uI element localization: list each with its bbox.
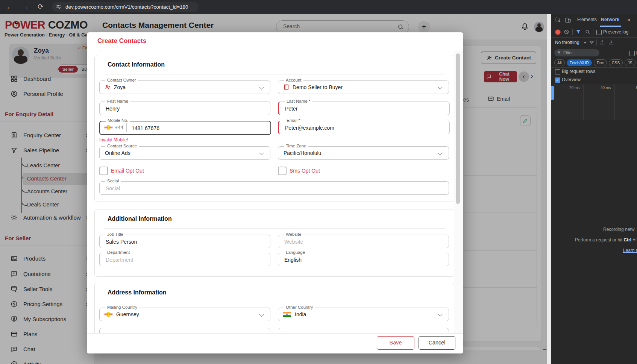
last-name-input[interactable] bbox=[284, 102, 422, 115]
email-input[interactable] bbox=[284, 121, 422, 134]
department-field[interactable]: Department bbox=[99, 253, 270, 266]
overview-selection-handle[interactable] bbox=[551, 86, 554, 100]
big-request-rows-row: Big request rows bbox=[551, 67, 637, 76]
save-button[interactable]: Save bbox=[377, 336, 414, 350]
export-har-icon[interactable] bbox=[608, 39, 614, 45]
overview-checkbox[interactable]: ✓ bbox=[555, 77, 560, 83]
language-input[interactable] bbox=[284, 253, 421, 266]
divider bbox=[104, 302, 445, 302]
preserve-log-label: Preserve log bbox=[603, 29, 628, 35]
language-field[interactable]: Language bbox=[278, 253, 449, 266]
guernsey-flag-icon[interactable] bbox=[105, 125, 112, 130]
clear-icon[interactable] bbox=[564, 29, 569, 35]
modal-title: Create Contacts bbox=[97, 37, 146, 45]
person-add-icon bbox=[105, 84, 111, 90]
create-contacts-modal: Create Contacts Contact Information Cont… bbox=[87, 32, 463, 353]
department-input[interactable] bbox=[105, 253, 243, 266]
separator bbox=[593, 29, 593, 35]
india-flag-icon bbox=[283, 312, 291, 317]
mailing-country-select[interactable]: Mailing Country Guernsey bbox=[99, 308, 270, 321]
network-search-icon[interactable] bbox=[585, 29, 590, 35]
divider bbox=[104, 228, 445, 229]
browser-chrome: ← → ⟳ dev.powercozmo.com/crmV1/contacts?… bbox=[0, 0, 637, 14]
account-select[interactable]: Account Demo Seller to Buyer bbox=[278, 80, 449, 94]
guernsey-flag-icon bbox=[105, 312, 112, 317]
throttling-select[interactable]: No throttling bbox=[555, 40, 579, 45]
divider bbox=[104, 74, 445, 74]
big-request-rows-checkbox[interactable] bbox=[555, 69, 560, 74]
chip-css[interactable]: CSS bbox=[609, 59, 623, 66]
site-settings-icon[interactable] bbox=[56, 4, 62, 10]
chevron-down-icon bbox=[259, 150, 264, 155]
time-zone-select[interactable]: Time Zone Pacific/Honolulu bbox=[278, 146, 449, 160]
devtools-network-toolbar: Preserve log bbox=[551, 27, 637, 38]
preserve-log-checkbox[interactable] bbox=[596, 30, 602, 35]
other-country-select[interactable]: Other Country India bbox=[278, 308, 449, 321]
funnel-icon bbox=[557, 51, 561, 55]
more-tabs-icon[interactable]: » bbox=[627, 16, 630, 23]
first-name-field[interactable]: First Name bbox=[99, 102, 270, 115]
social-field[interactable]: Social bbox=[99, 181, 449, 195]
invert-checkbox[interactable] bbox=[629, 51, 635, 56]
website-input[interactable] bbox=[284, 235, 421, 248]
building-icon bbox=[283, 84, 290, 90]
device-toolbar-icon[interactable] bbox=[565, 17, 571, 23]
mobile-field[interactable]: Mobile No. +44 bbox=[99, 121, 271, 135]
devtools-filter-chips: All Fetch/XHR Doc CSS JS Font bbox=[551, 58, 637, 68]
learn-more-link[interactable]: Learn more bbox=[623, 248, 637, 253]
sms-opt-out-checkbox[interactable] bbox=[278, 167, 287, 175]
mobile-error-text: Invalid Mobile! bbox=[99, 137, 128, 143]
devtools-tab-network[interactable]: Network bbox=[601, 17, 619, 22]
network-overview-timeline[interactable]: 20 ms 40 ms 60 ms bbox=[551, 84, 637, 120]
gridline bbox=[583, 84, 584, 120]
job-title-field[interactable]: Job Title bbox=[99, 235, 270, 248]
email-opt-out-checkbox[interactable] bbox=[99, 167, 108, 175]
job-title-input[interactable] bbox=[105, 235, 243, 248]
address-bar[interactable]: dev.powercozmo.com/crmV1/contacts?contac… bbox=[52, 2, 199, 12]
browser-back-icon[interactable]: ← bbox=[6, 0, 13, 14]
separator bbox=[596, 39, 597, 46]
network-conditions-icon[interactable] bbox=[589, 39, 595, 45]
devtools-filter-row: Filter Invert bbox=[551, 48, 637, 58]
last-name-field[interactable]: Last Name * bbox=[278, 102, 450, 115]
cancel-button[interactable]: Cancel bbox=[419, 336, 455, 350]
page-scrollbar[interactable] bbox=[547, 14, 551, 364]
separator bbox=[574, 17, 574, 23]
divider bbox=[126, 123, 127, 132]
screen: ← → ⟳ dev.powercozmo.com/crmV1/contacts?… bbox=[0, 0, 637, 364]
tick-40ms: 40 ms bbox=[601, 86, 611, 90]
devtools-throttle-row: No throttling bbox=[551, 37, 637, 48]
email-field[interactable]: Email * bbox=[278, 121, 450, 134]
divider bbox=[87, 51, 463, 51]
chip-all[interactable]: All bbox=[554, 59, 565, 66]
perform-request-message: Perform a request or hit Ctrl + R bbox=[575, 237, 637, 243]
social-input[interactable] bbox=[105, 182, 420, 195]
contact-owner-select[interactable]: Contact Owner Zoya bbox=[99, 80, 270, 94]
contact-source-select[interactable]: Contact Source Online Ads bbox=[99, 146, 270, 160]
browser-reload-icon[interactable]: ⟳ bbox=[38, 0, 44, 14]
import-har-icon[interactable] bbox=[599, 39, 605, 45]
inspect-icon[interactable] bbox=[555, 17, 561, 23]
website-field[interactable]: Website bbox=[278, 235, 449, 248]
contact-information-heading: Contact Information bbox=[108, 61, 165, 68]
recording-message: Recording netw bbox=[603, 227, 634, 232]
chip-doc[interactable]: Doc bbox=[594, 59, 607, 66]
chevron-down-icon bbox=[438, 150, 443, 155]
mobile-input[interactable] bbox=[131, 122, 260, 135]
chip-fetch-xhr[interactable]: Fetch/XHR bbox=[567, 59, 592, 66]
chevron-down-icon bbox=[438, 312, 443, 317]
email-opt-out-label: Email Opt Out bbox=[111, 168, 144, 174]
chip-js[interactable]: JS bbox=[625, 59, 635, 66]
first-name-input[interactable] bbox=[105, 102, 243, 115]
modal-scrollbar-thumb[interactable] bbox=[456, 53, 460, 204]
chevron-down-icon bbox=[259, 85, 264, 89]
record-icon[interactable] bbox=[555, 29, 561, 35]
shortcut-key: Ctrl + R bbox=[623, 237, 637, 243]
devtools-tabbar: Elements Network » bbox=[551, 14, 637, 27]
tick-20ms: 20 ms bbox=[569, 86, 579, 90]
devtools-tab-elements[interactable]: Elements bbox=[577, 17, 597, 22]
caret-down-icon bbox=[584, 42, 587, 44]
filter-funnel-icon[interactable] bbox=[576, 29, 581, 35]
network-filter-input[interactable]: Filter bbox=[554, 49, 599, 56]
browser-forward-icon[interactable]: → bbox=[22, 0, 29, 14]
